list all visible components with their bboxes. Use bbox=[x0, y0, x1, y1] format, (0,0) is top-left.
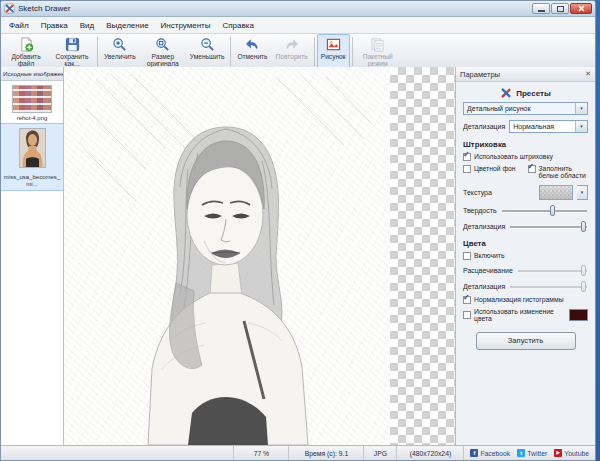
texture-label: Текстура bbox=[463, 189, 492, 196]
use-hatching-checkbox[interactable]: ✓ Использовать штриховку bbox=[463, 153, 588, 161]
slider-track[interactable] bbox=[518, 270, 587, 273]
use-color-change-label: Использовать изменение цвета bbox=[474, 308, 566, 323]
detail-value: Нормальная bbox=[510, 121, 575, 132]
hardness-label: Твердость bbox=[463, 207, 497, 214]
checkbox-box[interactable]: ✓ bbox=[463, 311, 471, 319]
use-hatching-label: Использовать штриховку bbox=[474, 153, 553, 160]
twitter-link-label: Twitter bbox=[527, 450, 547, 457]
chevron-down-icon[interactable]: ▼ bbox=[575, 103, 587, 114]
redo-icon bbox=[284, 37, 299, 52]
zoom-out-label: Уменьшить bbox=[190, 53, 225, 60]
color-background-checkbox[interactable]: ✓ Цветной фон bbox=[463, 165, 524, 173]
source-thumbnail-item[interactable]: miss_usa_becomes_mi... bbox=[1, 124, 63, 190]
slider-track[interactable] bbox=[510, 286, 587, 289]
batch-mode-button[interactable]: Пакетный режим bbox=[355, 34, 401, 69]
color-swatch[interactable] bbox=[569, 309, 588, 321]
checkbox-box[interactable]: ✓ bbox=[463, 153, 471, 161]
menu-view[interactable]: Вид bbox=[74, 19, 100, 32]
menu-help[interactable]: Справка bbox=[216, 19, 259, 32]
slider-track[interactable] bbox=[510, 226, 587, 229]
source-thumbnail-item[interactable]: rehot-4.png bbox=[1, 81, 63, 124]
add-file-button[interactable]: Добавить файл bbox=[3, 34, 49, 69]
detail-select[interactable]: Нормальная ▼ bbox=[509, 120, 588, 133]
presets-label: Пресеты bbox=[516, 89, 551, 98]
hatching-detail-slider[interactable] bbox=[509, 221, 588, 232]
slider-handle[interactable] bbox=[581, 281, 586, 292]
colorize-slider[interactable] bbox=[517, 265, 588, 276]
fill-white-areas-checkbox[interactable]: ✓ Заполнить белые области bbox=[528, 165, 589, 180]
texture-dropdown-icon[interactable]: ▼ bbox=[577, 185, 588, 200]
menu-file[interactable]: Файл bbox=[3, 19, 35, 32]
preset-select[interactable]: Детальный рисунок ▼ bbox=[463, 102, 588, 115]
toolbar-separator bbox=[230, 37, 231, 66]
slider-track[interactable] bbox=[502, 210, 587, 213]
original-size-label: Размер оригинала bbox=[144, 53, 182, 68]
enable-colors-checkbox[interactable]: ✓ Включить bbox=[463, 252, 588, 260]
toolbar-separator bbox=[314, 37, 315, 66]
sources-panel-header: Исходные изображен... ✕ bbox=[1, 67, 63, 81]
batch-mode-label: Пакетный режим bbox=[359, 53, 397, 68]
check-icon: ✓ bbox=[463, 293, 470, 302]
chevron-down-icon[interactable]: ▼ bbox=[575, 121, 587, 132]
hardness-slider[interactable] bbox=[501, 205, 588, 216]
app-window: Sketch Drawer Файл Правка Вид Выделение … bbox=[0, 0, 596, 461]
toolbar: Добавить файл Сохранить как... Увеличить bbox=[1, 34, 595, 70]
close-button[interactable] bbox=[570, 3, 592, 14]
slider-handle[interactable] bbox=[550, 205, 555, 216]
twitter-link[interactable]: t Twitter bbox=[517, 449, 547, 457]
youtube-link[interactable]: ▶ Youtube bbox=[554, 449, 589, 457]
checkbox-box[interactable]: ✓ bbox=[528, 165, 536, 173]
menu-edit[interactable]: Правка bbox=[35, 19, 74, 32]
picture-button[interactable]: Рисунок bbox=[317, 34, 350, 69]
undo-button[interactable]: Отменить bbox=[233, 34, 271, 69]
slider-handle[interactable] bbox=[581, 221, 586, 232]
minimize-icon bbox=[538, 10, 545, 12]
params-panel-close-icon[interactable]: ✕ bbox=[585, 70, 591, 78]
colorize-label: Расцвечивание bbox=[463, 267, 513, 274]
facebook-link[interactable]: f Facebook bbox=[470, 449, 510, 457]
redo-label: Повторить bbox=[276, 53, 308, 60]
menu-selection[interactable]: Выделение bbox=[100, 19, 154, 32]
undo-label: Отменить bbox=[237, 53, 267, 60]
add-file-label: Добавить файл bbox=[7, 53, 45, 68]
youtube-icon: ▶ bbox=[554, 449, 562, 457]
colors-detail-label: Детализация bbox=[463, 283, 505, 290]
original-size-button[interactable]: Размер оригинала bbox=[140, 34, 186, 69]
checkbox-box[interactable]: ✓ bbox=[463, 252, 471, 260]
status-format: JPG bbox=[363, 446, 396, 460]
status-spacer bbox=[1, 446, 233, 460]
checkbox-box[interactable]: ✓ bbox=[463, 165, 471, 173]
colors-section-title: Цвета bbox=[463, 239, 588, 248]
sources-panel-title: Исходные изображен... bbox=[3, 70, 63, 77]
zoom-out-button[interactable]: Уменьшить bbox=[186, 34, 229, 69]
maximize-icon bbox=[557, 6, 564, 12]
presets-header: Пресеты bbox=[463, 87, 588, 99]
facebook-link-label: Facebook bbox=[480, 450, 510, 457]
hatching-detail-label: Детализация bbox=[463, 223, 505, 230]
toolbar-separator bbox=[97, 37, 98, 66]
save-as-label: Сохранить как... bbox=[53, 53, 91, 68]
menu-tools[interactable]: Инструменты bbox=[155, 19, 217, 32]
checkbox-box[interactable]: ✓ bbox=[463, 296, 471, 304]
run-button[interactable]: Запустить bbox=[476, 332, 576, 350]
close-icon bbox=[578, 5, 585, 12]
source-thumbnail-image bbox=[19, 128, 46, 168]
use-color-change-checkbox[interactable]: ✓ Использовать изменение цвета bbox=[463, 308, 588, 323]
color-background-label: Цветной фон bbox=[474, 165, 516, 172]
colors-detail-slider[interactable] bbox=[509, 281, 588, 292]
source-thumbnail-label: miss_usa_becomes_mi... bbox=[3, 174, 61, 188]
check-icon: ✓ bbox=[463, 150, 470, 159]
redo-button[interactable]: Повторить bbox=[272, 34, 312, 69]
zoom-in-button[interactable]: Увеличить bbox=[100, 34, 140, 69]
source-thumbnail-label: rehot-4.png bbox=[3, 115, 61, 122]
save-as-button[interactable]: Сохранить как... bbox=[49, 34, 95, 69]
picture-label: Рисунок bbox=[321, 53, 346, 60]
minimize-button[interactable] bbox=[532, 3, 550, 14]
zoom-out-icon bbox=[200, 37, 215, 52]
normalize-histogram-checkbox[interactable]: ✓ Нормализация гистограммы bbox=[463, 296, 588, 304]
slider-handle[interactable] bbox=[581, 265, 586, 276]
hatching-section-title: Штриховка bbox=[463, 140, 588, 149]
maximize-button[interactable] bbox=[551, 3, 569, 14]
texture-preview[interactable] bbox=[539, 185, 573, 200]
window-title: Sketch Drawer bbox=[18, 4, 70, 13]
